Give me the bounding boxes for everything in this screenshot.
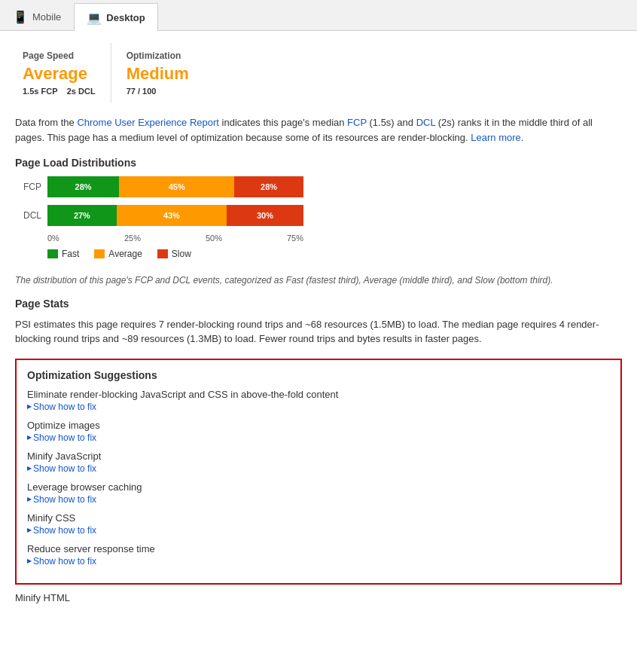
legend-fast-color: [47, 249, 58, 258]
opt-item-1: Eliminate render-blocking JavaScript and…: [27, 389, 610, 412]
tab-desktop-label: Desktop: [106, 12, 145, 23]
opt-item-3-title: Minify JavaScript: [27, 451, 610, 462]
opt-suggestions-heading: Optimization Suggestions: [27, 369, 610, 381]
opt-item-4-show-link[interactable]: Show how to fix: [27, 494, 610, 505]
mobile-icon: 📱: [13, 10, 28, 24]
fcp-link[interactable]: FCP: [347, 117, 367, 128]
fcp-bar-wrapper: 28% 45% 28%: [47, 176, 303, 197]
page-speed-box: Page Speed Average 1.5s FCP 2s DCL: [15, 43, 111, 103]
legend-slow-label: Slow: [172, 249, 191, 259]
opt-item-5-show-link[interactable]: Show how to fix: [27, 525, 610, 536]
opt-item-2: Optimize images Show how to fix: [27, 420, 610, 443]
optimization-label: Optimization: [126, 50, 189, 61]
dcl-bar: 27% 43% 30%: [47, 205, 303, 226]
tab-desktop[interactable]: 💻 Desktop: [74, 3, 157, 31]
page-stats-heading: Page Stats: [15, 298, 622, 310]
page-speed-label: Page Speed: [23, 50, 96, 61]
chrome-report-link[interactable]: Chrome User Experience Report: [77, 117, 219, 128]
description-text: Data from the Chrome User Experience Rep…: [15, 115, 622, 145]
tab-mobile-label: Mobile: [32, 11, 61, 23]
axis-75: 75%: [287, 234, 303, 243]
main-content: Page Speed Average 1.5s FCP 2s DCL Optim…: [0, 31, 637, 615]
fcp-fast-segment: 28%: [47, 176, 119, 197]
opt-item-5: Minify CSS Show how to fix: [27, 512, 610, 536]
optimization-suggestions-box: Optimization Suggestions Eliminate rende…: [15, 359, 622, 585]
fcp-bar-label: FCP: [15, 182, 41, 192]
dcl-num: 2s: [67, 87, 76, 96]
opt-item-4: Leverage browser caching Show how to fix: [27, 481, 610, 505]
page-speed-meta: 1.5s FCP 2s DCL: [23, 87, 96, 96]
score-boxes: Page Speed Average 1.5s FCP 2s DCL Optim…: [15, 43, 622, 103]
chart-legend: Fast Average Slow: [47, 249, 622, 259]
opt-item-3-show-link[interactable]: Show how to fix: [27, 463, 610, 474]
opt-item-2-title: Optimize images: [27, 420, 610, 431]
dcl-slow-segment: 30%: [227, 205, 303, 226]
dcl-chart-row: DCL 27% 43% 30%: [15, 205, 622, 226]
legend-avg: Average: [94, 249, 142, 259]
opt-score: 77: [126, 87, 136, 96]
page-load-heading: Page Load Distributions: [15, 157, 622, 169]
italic-note: The distribution of this page's FCP and …: [15, 274, 622, 287]
opt-item-3: Minify JavaScript Show how to fix: [27, 451, 610, 474]
tabs-bar: 📱 Mobile 💻 Desktop: [0, 0, 637, 31]
legend-avg-color: [94, 249, 105, 258]
optimization-meta: 77 / 100: [126, 87, 189, 96]
page-speed-value: Average: [23, 64, 96, 84]
chart-axis: 0% 25% 50% 75%: [47, 234, 303, 243]
legend-fast-label: Fast: [62, 249, 79, 259]
dcl-bar-wrapper: 27% 43% 30%: [47, 205, 303, 226]
optimization-box: Optimization Medium 77 / 100: [111, 43, 204, 103]
dcl-key: DCL: [78, 87, 96, 96]
dcl-fast-segment: 27%: [47, 205, 117, 226]
opt-item-1-title: Eliminate render-blocking JavaScript and…: [27, 389, 610, 400]
dcl-bar-label: DCL: [15, 210, 41, 221]
fcp-bar: 28% 45% 28%: [47, 176, 303, 197]
opt-item-1-show-link[interactable]: Show how to fix: [27, 402, 610, 412]
legend-slow-color: [157, 249, 168, 258]
dcl-link[interactable]: DCL: [416, 117, 436, 128]
opt-item-2-show-link[interactable]: Show how to fix: [27, 432, 610, 443]
legend-avg-label: Average: [108, 249, 142, 259]
opt-item-6: Reduce server response time Show how to …: [27, 543, 610, 567]
page-stats-text: PSI estimates this page requires 7 rende…: [15, 317, 622, 347]
axis-0: 0%: [47, 234, 59, 243]
learn-more-link[interactable]: Learn more: [471, 132, 520, 143]
desktop-icon: 💻: [87, 11, 102, 25]
optimization-value: Medium: [126, 64, 189, 84]
legend-slow: Slow: [157, 249, 191, 259]
fcp-key: FCP: [41, 87, 57, 96]
legend-fast: Fast: [47, 249, 79, 259]
fcp-chart-row: FCP 28% 45% 28%: [15, 176, 622, 197]
minify-html-title: Minify HTML: [15, 592, 70, 603]
dcl-avg-segment: 43%: [117, 205, 227, 226]
fcp-num: 1.5s: [23, 87, 38, 96]
axis-50: 50%: [206, 234, 222, 243]
bar-chart: FCP 28% 45% 28% DCL 27% 43% 30% 0%: [15, 176, 622, 259]
minify-html-item: Minify HTML: [15, 592, 622, 603]
fcp-avg-segment: 45%: [119, 176, 234, 197]
opt-item-6-title: Reduce server response time: [27, 543, 610, 554]
axis-25: 25%: [124, 234, 141, 243]
opt-max: 100: [142, 87, 156, 96]
opt-item-5-title: Minify CSS: [27, 512, 610, 524]
fcp-slow-segment: 28%: [234, 176, 303, 197]
opt-item-6-show-link[interactable]: Show how to fix: [27, 556, 610, 567]
opt-item-4-title: Leverage browser caching: [27, 481, 610, 493]
tab-mobile[interactable]: 📱 Mobile: [0, 3, 74, 30]
